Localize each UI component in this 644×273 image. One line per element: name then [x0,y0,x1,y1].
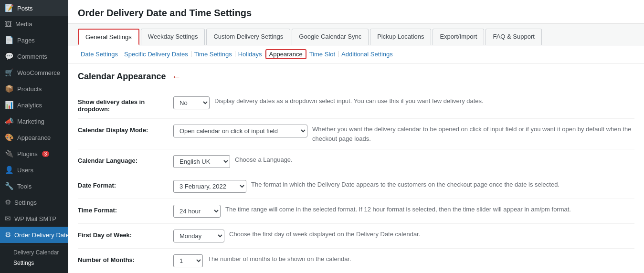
setting-control-number-of-months: 123The number of months to be shown on t… [173,254,634,267]
tools-icon: 🔧 [5,182,14,190]
sidebar-label-analytics: Analytics [17,102,42,109]
select-calendar-language[interactable]: English UKEnglish USFrenchGermanSpanish [173,155,230,168]
sidebar-item-woocommerce[interactable]: 🛒 WooCommerce [0,64,68,81]
plugins-icon: 🔌 [5,149,14,158]
setting-desc-first-day-of-week: Choose the first day of week displayed o… [229,230,634,239]
sidebar-label-media: Media [15,21,32,28]
sidebar-label-woocommerce: WooCommerce [17,69,60,76]
sidebar-item-wpmailsmtp[interactable]: ✉ WP Mail SMTP [0,210,68,227]
tab-export[interactable]: Export/Import [433,29,484,45]
setting-row-time-format: Time Format:24 hour12 hourThe time range… [78,199,634,224]
sub-tabs-row: Date SettingsSpecific Delivery DatesTime… [68,45,644,63]
pages-icon: 📄 [5,36,14,44]
sidebar-label-orderdelivery: Order Delivery Date [14,231,68,239]
sidebar-sub-delivery-calendar[interactable]: Delivery Calendar [0,247,68,258]
tab-weekday[interactable]: Weekday Settings [141,29,205,45]
tab-general[interactable]: General Settings [78,29,139,45]
sidebar-sub-settings[interactable]: Settings [0,258,68,268]
setting-control-time-format: 24 hour12 hourThe time range will come i… [173,205,634,218]
sub-tab-date-settings[interactable]: Date Settings [78,51,121,57]
setting-desc-date-format: The format in which the Delivery Date ap… [251,180,634,189]
comments-icon: 💬 [5,52,14,61]
sidebar-item-tools[interactable]: 🔧 Tools [0,178,68,194]
sub-tab-additional[interactable]: Additional Settings [338,51,396,57]
select-number-of-months[interactable]: 123 [173,254,203,267]
sidebar-label-comments: Comments [17,53,47,60]
sidebar-label-users: Users [17,167,33,174]
sidebar-label-wpmailsmtp: WP Mail SMTP [14,215,56,222]
setting-label-time-format: Time Format: [78,205,173,214]
setting-label-calendar-display-mode: Calendar Display Mode: [78,125,173,134]
sidebar-item-settings[interactable]: ⚙ Settings [0,194,68,210]
sidebar-label-marketing: Marketing [17,118,44,125]
sidebar-label-appearance: Appearance [17,134,51,141]
sidebar-item-marketing[interactable]: 📣 Marketing [0,113,68,129]
setting-label-first-day-of-week: First Day of Week: [78,230,173,239]
sidebar-item-pages[interactable]: 📄 Pages [0,32,68,48]
sidebar-label-posts: Posts [17,5,33,12]
select-first-day-of-week[interactable]: MondaySundaySaturday [173,230,224,242]
sidebar-item-plugins[interactable]: 🔌 Plugins 3 [0,146,68,162]
analytics-icon: 📊 [5,101,14,109]
sidebar-label-pages: Pages [17,37,35,44]
woocommerce-icon: 🛒 [5,68,14,77]
setting-label-number-of-months: Number of Months: [78,254,173,263]
arrow-icon: ← [171,71,181,82]
setting-row-calendar-language: Calendar Language:English UKEnglish USFr… [78,149,634,174]
settings-icon: ⚙ [5,198,11,207]
sidebar: 📝 Posts 🖼 Media 📄 Pages 💬 Comments 🛒 Woo… [0,0,68,273]
orderdelivery-icon: ⚙ [5,231,11,239]
media-icon: 🖼 [5,20,12,28]
sidebar-item-products[interactable]: 📦 Products [0,81,68,97]
marketing-icon: 📣 [5,117,14,126]
sub-tab-holidays[interactable]: Holidays [235,51,265,57]
select-calendar-display-mode[interactable]: Open calendar on click of input fieldOpe… [173,125,307,137]
main-content: Order Delivery Date and Time Settings Ge… [68,0,644,273]
setting-desc-number-of-months: The number of months to be shown on the … [208,254,634,264]
tab-google[interactable]: Google Calendar Sync [292,29,369,45]
sub-tab-time-settings[interactable]: Time Settings [191,51,235,57]
sidebar-label-tools: Tools [17,183,32,190]
setting-desc-show-delivery-dropdown: Display delivery dates as a dropdown sel… [214,96,634,106]
sidebar-label-settings: Settings [14,199,37,206]
users-icon: 👤 [5,166,14,174]
setting-desc-time-format: The time range will come in the selected… [225,205,634,214]
select-show-delivery-dropdown[interactable]: NoYes [173,96,210,109]
select-time-format[interactable]: 24 hour12 hour [173,205,221,218]
tab-custom[interactable]: Custom Delivery Settings [206,29,290,45]
tab-pickup[interactable]: Pickup Locations [370,29,431,45]
plugins-badge: 3 [42,151,50,157]
setting-label-date-format: Date Format: [78,180,173,189]
setting-label-calendar-language: Calendar Language: [78,155,173,164]
sub-tab-appearance[interactable]: Appearance [265,49,306,59]
sidebar-label-plugins: Plugins [17,150,38,158]
setting-control-first-day-of-week: MondaySundaySaturdayChoose the first day… [173,230,634,242]
page-title: Order Delivery Date and Time Settings [68,0,644,24]
setting-desc-calendar-language: Choose a Language. [235,155,634,165]
setting-control-calendar-display-mode: Open calendar on click of input fieldOpe… [173,125,634,143]
sidebar-item-users[interactable]: 👤 Users [0,162,68,178]
appearance-icon: 🎨 [5,133,14,142]
setting-row-show-delivery-dropdown: Show delivery dates in dropdown:NoYesDis… [78,91,634,119]
sidebar-item-comments[interactable]: 💬 Comments [0,48,68,64]
wpmailsmtp-icon: ✉ [5,214,11,223]
content-area: Calendar Appearance ← Show delivery date… [68,63,644,273]
sub-tab-time-slot[interactable]: Time Slot [306,51,338,57]
settings-list: Show delivery dates in dropdown:NoYesDis… [78,91,634,273]
sidebar-item-posts[interactable]: 📝 Posts [0,0,68,16]
select-date-format[interactable]: 3 February, 202202/03/202203-02-20222022… [173,180,246,193]
tab-faq[interactable]: FAQ & Support [486,29,541,45]
sidebar-item-orderdelivery[interactable]: ⚙ Order Delivery Date [0,227,68,243]
sidebar-item-appearance[interactable]: 🎨 Appearance [0,129,68,146]
sidebar-item-media[interactable]: 🖼 Media [0,16,68,32]
setting-desc-calendar-display-mode: Whether you want the delivery calendar t… [312,125,634,143]
section-title: Calendar Appearance ← [78,71,634,82]
setting-row-date-format: Date Format:3 February, 202202/03/202203… [78,174,634,199]
sidebar-label-products: Products [17,85,42,93]
setting-row-number-of-months: Number of Months:123The number of months… [78,249,634,273]
section-title-text: Calendar Appearance [78,72,166,82]
sidebar-item-analytics[interactable]: 📊 Analytics [0,97,68,113]
sub-tab-specific-delivery[interactable]: Specific Delivery Dates [121,51,191,57]
posts-icon: 📝 [5,4,14,12]
setting-row-first-day-of-week: First Day of Week:MondaySundaySaturdayCh… [78,224,634,249]
